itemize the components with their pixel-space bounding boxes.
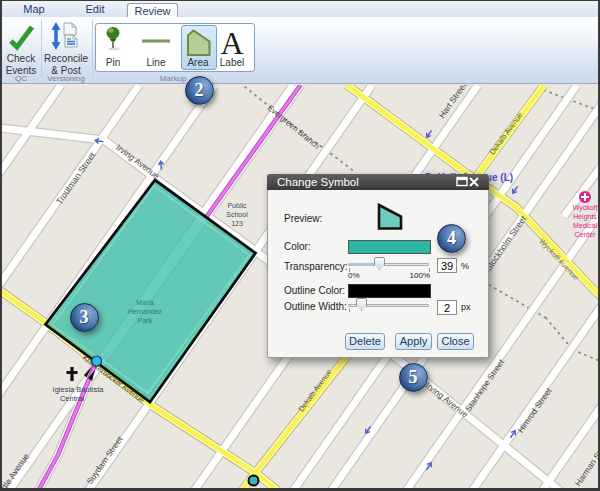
svg-text:Iglesia Bautista: Iglesia Bautista — [53, 385, 105, 394]
svg-text:Heights: Heights — [573, 213, 597, 221]
svg-text:Hernandez: Hernandez — [128, 308, 163, 315]
svg-text:A: A — [220, 25, 243, 61]
svg-text:School: School — [226, 211, 248, 218]
svg-text:123: 123 — [231, 220, 243, 227]
svg-text:Wyckoff: Wyckoff — [573, 204, 598, 212]
svg-text:Center: Center — [574, 231, 596, 238]
svg-text:Public: Public — [227, 202, 247, 209]
svg-text:Medical: Medical — [573, 222, 598, 229]
svg-text:Maria: Maria — [136, 299, 154, 306]
svg-text:Park: Park — [138, 317, 153, 324]
svg-text:Central: Central — [60, 394, 85, 403]
